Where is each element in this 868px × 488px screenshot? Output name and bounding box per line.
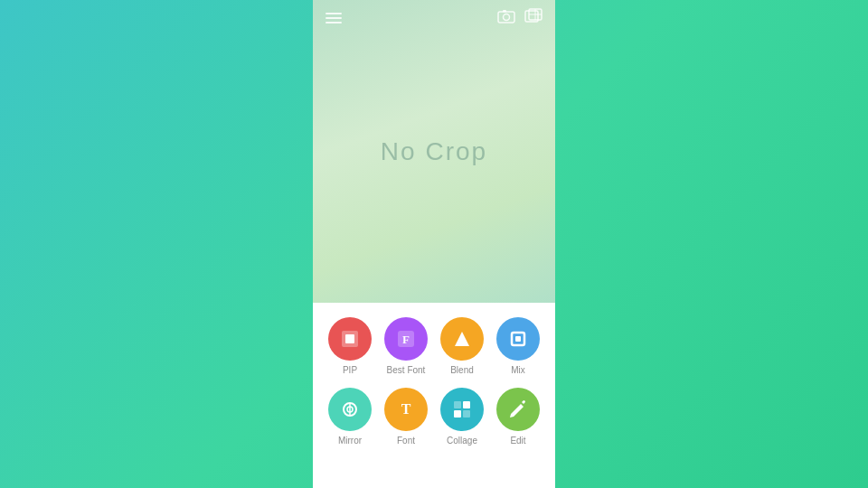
pip-label: PIP <box>343 365 357 375</box>
svg-text:F: F <box>402 333 410 346</box>
svg-rect-21 <box>463 410 470 418</box>
svg-rect-18 <box>454 401 461 408</box>
collage-label: Collage <box>447 436 477 446</box>
svg-marker-11 <box>455 332 469 346</box>
svg-rect-19 <box>463 401 470 408</box>
bestfont-label: Best Font <box>387 365 426 375</box>
tool-mix[interactable]: Mix <box>493 317 543 375</box>
tool-row-1: PIP F Best Font Blend Mix <box>322 317 546 375</box>
collage-icon-circle <box>440 388 484 431</box>
edit-icon-circle <box>496 388 540 431</box>
no-crop-title: No Crop <box>381 137 487 166</box>
svg-rect-2 <box>503 10 506 13</box>
svg-rect-20 <box>454 410 461 418</box>
tool-blend[interactable]: Blend <box>437 317 487 375</box>
pip-icon-circle <box>328 317 372 361</box>
tool-edit[interactable]: Edit <box>493 388 543 446</box>
mix-label: Mix <box>511 365 525 375</box>
tool-font[interactable]: T Font <box>381 388 431 446</box>
gallery-icon[interactable] <box>524 8 542 29</box>
svg-text:T: T <box>401 401 411 417</box>
edit-label: Edit <box>510 436 525 446</box>
menu-button[interactable] <box>326 13 342 23</box>
mix-icon-circle <box>496 317 540 361</box>
tool-collage[interactable]: Collage <box>437 388 487 446</box>
camera-icon[interactable] <box>497 9 515 28</box>
font-label: Font <box>397 436 415 446</box>
bestfont-icon-circle: F <box>384 317 428 361</box>
tool-pip[interactable]: PIP <box>325 317 375 375</box>
top-bar-icons <box>497 8 542 29</box>
tool-mirror[interactable]: Mirror <box>325 388 375 446</box>
top-bar <box>313 0 555 36</box>
blend-label: Blend <box>450 365 474 375</box>
tool-row-2: Mirror T Font Collage <box>322 388 546 446</box>
phone-container: No Crop PIP F Best Font Blend <box>313 0 555 488</box>
mirror-label: Mirror <box>338 436 362 446</box>
mirror-icon-circle <box>328 388 372 431</box>
blend-icon-circle <box>440 317 484 361</box>
font-icon-circle: T <box>384 388 428 431</box>
bottom-toolbar: PIP F Best Font Blend Mix <box>313 303 555 488</box>
svg-rect-8 <box>345 334 354 343</box>
tool-best-font[interactable]: F Best Font <box>381 317 431 375</box>
svg-point-1 <box>504 14 510 20</box>
svg-rect-13 <box>515 336 521 342</box>
preview-area: No Crop <box>313 0 555 303</box>
